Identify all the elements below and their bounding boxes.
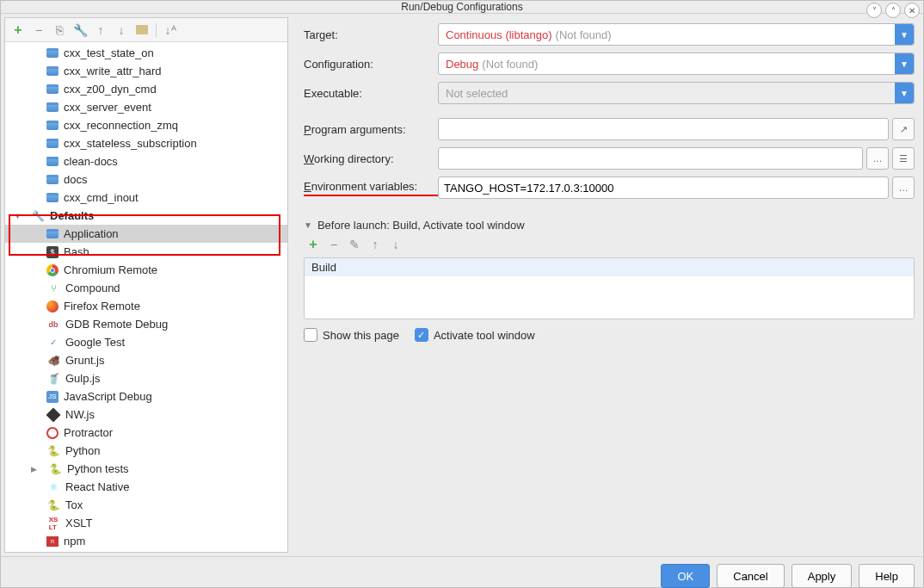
tree-item[interactable]: cxx_reconnection_zmq (5, 116, 287, 134)
ok-button[interactable]: OK (661, 564, 710, 588)
tree-item-python[interactable]: 🐍Python (5, 442, 287, 460)
help-button[interactable]: Help (859, 564, 915, 588)
wd-input[interactable] (438, 147, 863, 170)
tree-item[interactable]: docs (5, 170, 287, 189)
tree-item[interactable]: cxx_stateless_subscription (5, 134, 287, 152)
config-suffix: (Not found) (482, 58, 538, 71)
maximize-button[interactable]: ˄ (885, 3, 901, 18)
wd-label: Working directory: (304, 152, 438, 165)
content-area: + − ⎘ 🔧 ↑ ↓ ↓ᴬ cxx_test_state_oncxx_writ… (1, 14, 923, 556)
task-down-button[interactable]: ↓ (386, 235, 405, 254)
app-icon (46, 175, 59, 184)
tree-item-xslt[interactable]: XSLTXSLT (5, 514, 287, 532)
tree-item-npm[interactable]: nnpm (5, 532, 287, 550)
wrench-icon: 🔧 (31, 209, 45, 223)
app-icon (46, 66, 59, 76)
tree-item[interactable]: cxx_z00_dyn_cmd (5, 80, 287, 98)
app-icon (46, 139, 59, 148)
add-task-button[interactable]: + (304, 235, 323, 254)
activate-window-check[interactable]: ✓ Activate tool window (415, 328, 535, 342)
browse-wd-button[interactable]: … (866, 147, 889, 170)
folder-button[interactable] (132, 21, 151, 40)
tree-item-gdb-remote-debug[interactable]: dbGDB Remote Debug (5, 315, 287, 333)
config-label: Configuration: (304, 58, 438, 71)
edit-env-button[interactable]: … (892, 176, 915, 199)
list-item[interactable]: Build (305, 258, 914, 276)
collapse-arrow-icon: ▼ (304, 220, 312, 230)
tree-toolbar: + − ⎘ 🔧 ↑ ↓ ↓ᴬ (5, 18, 287, 42)
dialog-footer: OK Cancel Apply Help (1, 556, 923, 588)
tree-item-firefox-remote[interactable]: Firefox Remote (5, 297, 287, 315)
tree-item[interactable]: cxx_write_attr_hard (5, 62, 287, 80)
app-icon (46, 121, 59, 130)
app-icon (46, 48, 59, 58)
minimize-button[interactable]: ˅ (866, 3, 882, 18)
tree-item-chromium-remote[interactable]: Chromium Remote (5, 261, 287, 279)
exec-label: Executable: (304, 87, 438, 100)
tree-item-react-native[interactable]: ⚛React Native (5, 478, 287, 496)
before-launch-header[interactable]: ▼ Before launch: Build, Activate tool wi… (304, 219, 915, 232)
move-down-button[interactable]: ↓ (112, 21, 131, 40)
app-icon (46, 84, 59, 94)
expand-arrow-icon: ▶ (31, 465, 41, 473)
wd-macro-button[interactable]: ☰ (892, 147, 915, 170)
show-page-check[interactable]: Show this page (304, 328, 399, 342)
close-button[interactable]: ✕ (904, 3, 920, 18)
copy-config-button[interactable]: ⎘ (50, 21, 69, 40)
tree-item[interactable]: cxx_cmd_inout (5, 189, 287, 207)
config-tree[interactable]: cxx_test_state_oncxx_write_attr_hardcxx_… (5, 42, 287, 552)
sort-button[interactable]: ↓ᴬ (161, 21, 180, 40)
tree-item[interactable]: cxx_server_event (5, 98, 287, 116)
tree-item-javascript-debug[interactable]: JSJavaScript Debug (5, 387, 287, 405)
expand-args-button[interactable]: ↗ (892, 118, 915, 140)
tree-item-grunt-js[interactable]: 🐗Grunt.js (5, 351, 287, 369)
settings-button[interactable]: 🔧 (71, 21, 89, 40)
exec-combo[interactable]: Not selected ▼ (438, 82, 915, 104)
checkbox-icon (304, 328, 317, 342)
checkbox-checked-icon: ✓ (415, 328, 428, 342)
defaults-node[interactable]: ▼🔧Defaults (5, 207, 287, 225)
cancel-button[interactable]: Cancel (717, 564, 784, 588)
target-suffix: (Not found) (556, 28, 612, 41)
remove-task-button[interactable]: − (324, 235, 343, 254)
edit-task-button[interactable]: ✎ (345, 235, 364, 254)
tree-item-application[interactable]: Application (5, 225, 287, 243)
tree-item[interactable]: cxx_test_state_on (5, 44, 287, 62)
config-form: Target: Continuous (libtango) (Not found… (288, 14, 923, 556)
tree-item-gulp-js[interactable]: 🥤Gulp.js (5, 369, 287, 387)
tree-item-nw-js[interactable]: NW.js (5, 405, 287, 424)
task-up-button[interactable]: ↑ (366, 235, 385, 254)
args-input[interactable] (438, 118, 889, 140)
move-up-button[interactable]: ↑ (91, 21, 110, 40)
app-icon (46, 193, 59, 202)
config-value: Debug (446, 58, 478, 71)
separator (156, 23, 157, 37)
chevron-down-icon[interactable]: ▼ (895, 83, 914, 103)
tree-item-python-tests[interactable]: ▶🐍Python tests (5, 460, 287, 478)
before-launch-list[interactable]: Build (304, 257, 915, 319)
tree-item-bash[interactable]: $Bash (5, 243, 287, 261)
app-icon (46, 102, 59, 112)
tree-item-google-test[interactable]: ✓Google Test (5, 333, 287, 351)
window-title: Run/Debug Configurations (401, 1, 522, 13)
app-icon (46, 157, 59, 166)
config-tree-pane: + − ⎘ 🔧 ↑ ↓ ↓ᴬ cxx_test_state_oncxx_writ… (4, 17, 288, 553)
titlebar: Run/Debug Configurations ˅ ˄ ✕ (1, 1, 923, 14)
tree-item[interactable]: clean-docs (5, 152, 287, 170)
env-input[interactable] (438, 176, 889, 199)
env-label: Environment variables: (304, 180, 438, 196)
tree-item-tox[interactable]: 🐍Tox (5, 496, 287, 514)
chevron-down-icon[interactable]: ▼ (895, 24, 914, 45)
target-combo[interactable]: Continuous (libtango) (Not found) ▼ (438, 23, 915, 46)
tree-item-compound[interactable]: ⑂Compound (5, 279, 287, 297)
chevron-down-icon[interactable]: ▼ (895, 53, 914, 74)
dialog-window: Run/Debug Configurations ˅ ˄ ✕ + − ⎘ 🔧 ↑… (0, 0, 924, 588)
args-label: Program arguments: (304, 123, 438, 136)
remove-config-button[interactable]: − (29, 21, 48, 40)
checkbox-row: Show this page ✓ Activate tool window (304, 328, 915, 342)
config-combo[interactable]: Debug (Not found) ▼ (438, 53, 915, 75)
tree-item-protractor[interactable]: Protractor (5, 424, 287, 442)
add-config-button[interactable]: + (9, 21, 28, 40)
apply-button[interactable]: Apply (792, 564, 853, 588)
expand-arrow-icon: ▼ (14, 212, 24, 220)
